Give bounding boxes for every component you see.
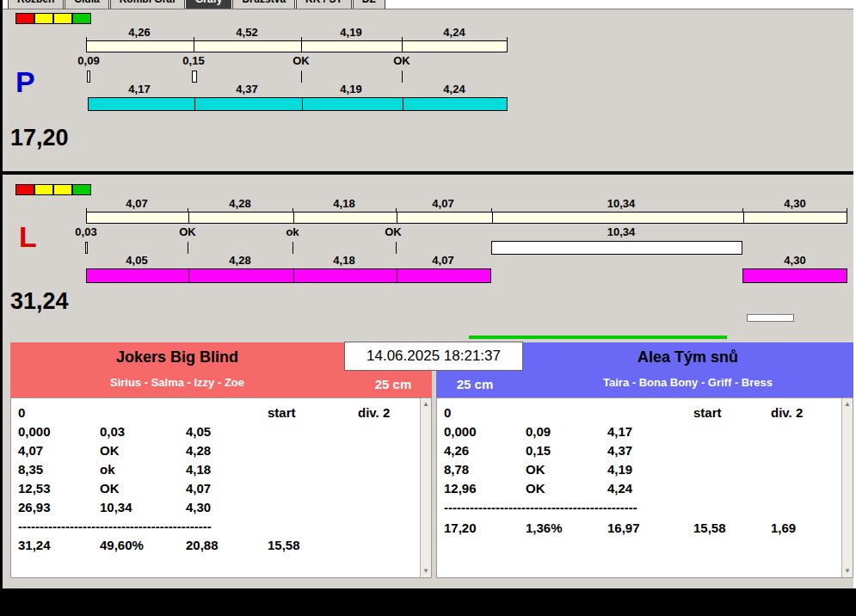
status-light-red [15,13,34,24]
lane-l-label: L [19,222,37,251]
table-cell: 4,05 [186,424,211,440]
tab-kombi-graf[interactable]: Kombi Graf [110,0,185,9]
changeover-mark [188,242,188,254]
table-cell: 4,37 [607,443,632,459]
table-cell: 0,000 [444,424,477,440]
segment-divider [397,213,397,223]
sensor-time: 4,52 [236,26,257,39]
table-cell: 0,15 [526,443,551,459]
table-cell: 8,78 [444,462,469,477]
total-cell: 49,60% [100,538,144,553]
tab-dz[interactable]: DZ [353,0,385,9]
segment-divider [492,213,493,223]
scroll-down-icon[interactable]: ▼ [421,565,431,577]
segment-divider [743,213,744,223]
changeover-time: OK [393,54,410,67]
table-header-cell: start [268,405,296,421]
changeover-mark [301,71,302,83]
table-cell: 4,07 [186,481,211,496]
table-cell: 12,53 [18,481,51,496]
total-cell: 20,88 [186,538,219,553]
left-team-name: Jokers Big Blind [10,348,344,367]
segment-divider [403,98,403,110]
changeover-mark [87,71,90,83]
right-team-table[interactable]: 0 start div. 2 0,000 0,09 4,17 4,26 0,15… [436,397,853,578]
sensor-time: 4,19 [340,26,361,39]
segment-divider [188,213,189,223]
dog-time: 4,30 [784,254,805,267]
progress-line [469,336,727,339]
datetime-display: 14.06.2025 18:21:37 [344,342,523,371]
changeover-time: OK [179,225,196,238]
table-cell: 4,24 [607,481,632,496]
scroll-up-icon[interactable]: ▲ [421,398,431,410]
table-cell: 12,96 [444,481,477,496]
rerun-bar [491,241,742,255]
tab-druzstva[interactable]: Družstva [232,0,295,9]
segment-divider [397,269,397,282]
segment-divider [293,269,294,282]
aux-box [747,314,794,322]
scroll-down-icon[interactable]: ▼ [842,565,853,577]
table-header-cell: div. 2 [771,405,803,421]
dog-time: 4,19 [340,83,361,95]
panel-separator [3,171,853,175]
segment-divider [194,98,195,110]
table-cell: 4,26 [444,443,469,459]
table-cell: 0,03 [100,424,125,440]
lane-p-label: P [15,67,35,96]
table-cell: OK [526,481,545,496]
status-light-yellow [34,184,53,195]
left-team-table[interactable]: 0 start div. 2 0,000 0,03 4,05 4,07 OK 4… [10,397,432,578]
changeover-time: 0,15 [182,54,204,67]
sensor-time: 4,24 [443,26,465,39]
segment-divider [188,269,189,282]
table-header-cell: div. 2 [358,405,390,421]
changeover-time: 0,03 [75,225,96,238]
changeover-mark [192,71,197,83]
left-jump-height: 25 cm [366,377,420,391]
window-left-border [0,0,3,588]
table-cell: 4,28 [186,443,211,459]
tab-cidla[interactable]: Čidla [65,0,108,9]
dog-time: 4,07 [432,254,453,267]
scroll-up-icon[interactable]: ▲ [842,398,853,410]
dog-time: 4,17 [128,83,150,95]
changeover-time: 0,09 [77,54,99,67]
sensor-time: 4,07 [432,197,453,210]
changeover-time: OK [385,225,402,238]
tab-rozbeh[interactable]: Rozběh [8,0,64,9]
table-cell: 10,34 [100,500,132,515]
tab-bar: RozběhČidlaKombi GrafGrafyDružstvaKK / S… [3,0,853,9]
total-cell: 31,24 [18,538,51,553]
left-team-panel: Jokers Big Blind Sirius - Salma - Izzy -… [10,342,432,578]
right-team-lineup: Taira - Bona Bony - Griff - Bress [522,376,853,389]
total-cell: 15,58 [693,521,726,536]
segment-divider [402,41,403,52]
sensor-time: 4,30 [784,197,805,210]
table-cell: 0,000 [18,424,51,440]
table-divider: ----------------------------------------… [444,500,637,515]
table-cell: 4,07 [18,443,43,459]
sensor-bar-l [86,212,847,224]
table-cell: 0,09 [526,424,551,440]
table-cell: 4,30 [186,500,211,515]
segment-divider [293,213,294,223]
lane-p-total: 17,20 [10,126,69,150]
changeover-mark [85,242,88,254]
left-table-scrollbar[interactable]: ▲ ▼ [420,398,431,577]
status-light-red [15,184,34,195]
status-light-yellow [53,13,72,24]
table-cell: 4,19 [607,462,632,477]
right-team-panel: Alea Tým snů Taira - Bona Bony - Griff -… [436,342,853,578]
dog-time: 4,05 [126,254,147,267]
tab-kk-st[interactable]: KK / ST [296,0,352,9]
sensor-time: 4,26 [128,26,150,39]
table-cell: 8,35 [18,462,43,477]
table-cell: OK [100,481,120,496]
table-cell: 26,93 [18,500,51,515]
changeover-time: OK [293,54,310,67]
tab-grafy[interactable]: Grafy [186,0,231,9]
right-table-scrollbar[interactable]: ▲ ▼ [841,398,853,577]
dog-time: 4,28 [229,254,250,267]
